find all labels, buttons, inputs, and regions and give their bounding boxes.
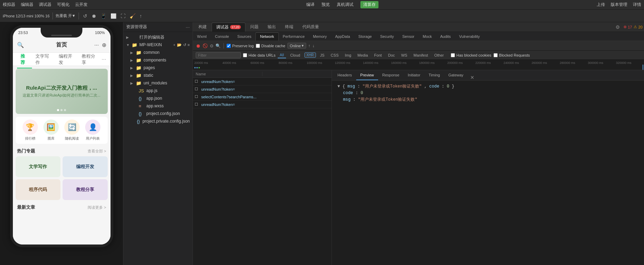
filter-input[interactable] — [196, 52, 241, 58]
file-project-config[interactable]: {} project.config.json — [123, 110, 193, 117]
detail-tab-preview[interactable]: Preview — [356, 71, 378, 80]
settings-icon[interactable]: ⚙ — [616, 24, 620, 30]
detail-tab-timing[interactable]: Timing — [424, 71, 444, 80]
folder-common[interactable]: ▶ 📁 common — [123, 49, 193, 56]
filter-other[interactable]: Other — [432, 52, 446, 58]
upload-icon[interactable]: ↑ — [138, 13, 144, 19]
file-app-json[interactable]: {} app.json — [123, 94, 193, 102]
add-folder-icon[interactable]: 📂 — [177, 43, 182, 47]
tab-terminal[interactable]: 终端 — [281, 23, 297, 32]
tab-debugger[interactable]: 调试器 17,20 — [212, 23, 245, 32]
menu-upload[interactable]: 上传 — [597, 2, 605, 8]
hot-topics-more[interactable]: 查看全部 > — [88, 149, 106, 154]
net-row-2[interactable]: ☐ unreadNum?token= — [193, 85, 332, 93]
menu-visual[interactable]: 可视化 — [57, 2, 70, 8]
filter-xhr[interactable]: XHR — [304, 52, 316, 58]
icon-gallery[interactable]: 🖼️ 图库 — [43, 119, 59, 141]
clear-icon[interactable]: 🧹 — [128, 13, 137, 19]
preserve-log-label[interactable]: Preserve log — [227, 44, 254, 48]
filter-font[interactable]: Font — [372, 52, 384, 58]
blocked-requests-checkbox[interactable] — [494, 53, 498, 57]
record-btn[interactable]: ⏺ — [196, 43, 201, 49]
subtab-appdata[interactable]: AppData — [331, 32, 354, 41]
menu-cloud[interactable]: 云开发 — [75, 2, 88, 8]
filter-manifest[interactable]: Manifest — [411, 52, 430, 58]
subtab-security[interactable]: Security — [376, 32, 398, 41]
subtab-audits[interactable]: Audits — [436, 32, 455, 41]
subtab-sources[interactable]: Sources — [233, 32, 255, 41]
menu-compile[interactable]: 编译 — [306, 2, 315, 8]
file-project-private-config[interactable]: {} project.private.config.json — [123, 117, 193, 125]
filter-ws[interactable]: WS — [399, 52, 409, 58]
tab-writing[interactable]: 文学写作 — [32, 50, 55, 68]
folder-static[interactable]: ▶ 📁 static — [123, 72, 193, 79]
hotfix-label[interactable]: 热重载 开▼ — [56, 13, 76, 18]
add-file-icon[interactable]: + — [173, 43, 175, 47]
hide-data-urls-label[interactable]: Hide data URLs — [243, 53, 276, 57]
subtab-wxml[interactable]: Wxml — [193, 32, 211, 41]
detail-tab-headers[interactable]: Headers — [333, 71, 356, 80]
file-app-js[interactable]: JS app.js — [123, 87, 193, 94]
record-icon[interactable]: ⏺ — [90, 13, 98, 19]
menu-preview[interactable]: 预览 — [321, 2, 330, 8]
filter-toggle-btn[interactable]: ⊙ — [210, 43, 213, 48]
subtab-vulnerability[interactable]: Vulnerability — [455, 32, 484, 41]
card-tutorial[interactable]: 教程分享 — [63, 179, 108, 200]
online-button[interactable]: Online ▾ — [287, 43, 306, 49]
filter-css[interactable]: CSS — [329, 52, 341, 58]
tab-coding[interactable]: 编程开发 — [55, 50, 79, 68]
subtab-console[interactable]: Console — [211, 32, 233, 41]
icon-ranking[interactable]: 🏆 排行榜 — [23, 119, 38, 141]
more-icon[interactable]: ··· — [94, 42, 99, 48]
hide-data-urls-checkbox[interactable] — [243, 53, 247, 57]
filter-doc[interactable]: Doc — [386, 52, 397, 58]
icon-random[interactable]: 🔄 随机阅读 — [64, 119, 80, 141]
tab-issues[interactable]: 问题 — [246, 23, 263, 32]
menu-debugger[interactable]: 调试器 — [39, 2, 51, 8]
export-icon[interactable]: ↓ — [312, 43, 315, 48]
disable-cache-checkbox[interactable] — [256, 44, 260, 48]
filter-media[interactable]: Media — [356, 52, 370, 58]
search-net-btn[interactable]: 🔍 — [215, 43, 221, 48]
card-coding[interactable]: 编程开发 — [63, 156, 108, 177]
filter-cloud[interactable]: Cloud — [288, 52, 302, 58]
tab-more[interactable]: ··· — [101, 56, 106, 63]
subtab-storage[interactable]: Storage — [354, 32, 376, 41]
net-row-4[interactable]: ☐ unreadNum?token= — [193, 101, 332, 108]
net-row-1[interactable]: ☐ unreadNum?token= — [193, 78, 332, 85]
phone-icon[interactable]: 📱 — [99, 13, 108, 19]
explorer-dots[interactable]: ··· — [186, 24, 190, 30]
file-app-wxss[interactable]: ≡ app.wxss — [123, 102, 193, 110]
filter-all[interactable]: All — [278, 52, 286, 58]
menu-details[interactable]: 详情 — [633, 2, 641, 8]
refresh-icon[interactable]: ↺ — [82, 13, 89, 19]
disable-cache-label[interactable]: Disable cache — [256, 44, 285, 48]
blocked-requests-label[interactable]: Blocked Requests — [494, 53, 530, 57]
plus-circle-icon[interactable]: ⊕ — [102, 42, 106, 48]
collapse-icon[interactable]: ≡ — [188, 43, 190, 47]
folder-pages[interactable]: ▶ 📁 pages — [123, 64, 193, 72]
detail-tab-response[interactable]: Response — [378, 71, 404, 80]
refresh-tree-icon[interactable]: ↺ — [183, 43, 186, 47]
detail-tab-initiator[interactable]: Initiator — [403, 71, 424, 80]
filter-img[interactable]: Img — [343, 52, 353, 58]
tablet-icon[interactable]: ⬜ — [109, 13, 118, 19]
filter-js[interactable]: JS — [318, 52, 327, 58]
card-program[interactable]: 程序代码 — [16, 179, 61, 200]
subtab-network[interactable]: Network — [255, 32, 278, 41]
tab-code-quality[interactable]: 代码质量 — [298, 23, 323, 32]
menu-device-debug[interactable]: 真机调试 — [337, 2, 353, 8]
open-editors-item[interactable]: ▶ 打开的编辑器 — [123, 33, 193, 41]
menu-editor[interactable]: 编辑器 — [21, 2, 33, 8]
blocked-cookies-label[interactable]: Has blocked cookies — [451, 53, 491, 57]
import-icon[interactable]: ↑ — [308, 43, 310, 48]
tab-output[interactable]: 输出 — [263, 23, 280, 32]
subtab-performance[interactable]: Performance — [279, 32, 309, 41]
folder-uni-modules[interactable]: ▶ 📁 uni_modules — [123, 79, 193, 87]
subtab-sensor[interactable]: Sensor — [398, 32, 418, 41]
tab-build[interactable]: 构建 — [194, 23, 211, 32]
tab-tutorial[interactable]: 教程分享 — [78, 50, 101, 68]
json-expand-icon[interactable]: ▼ — [337, 84, 340, 89]
project-root-item[interactable]: ▼ 📁 MP-WEIXIN + 📂 ↺ ≡ — [123, 41, 193, 49]
detail-close-icon[interactable]: ✕ — [469, 75, 476, 80]
